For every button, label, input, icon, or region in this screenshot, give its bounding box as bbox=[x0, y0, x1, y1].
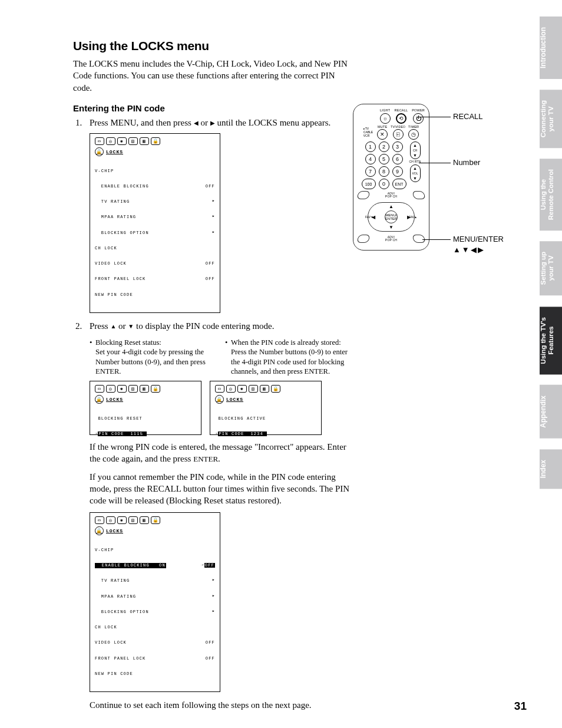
callout-recall: RECALL bbox=[453, 112, 483, 121]
callout-menu-enter: MENU/ENTER bbox=[453, 235, 504, 243]
num-7: 7 bbox=[365, 166, 376, 177]
num-5: 5 bbox=[379, 154, 389, 164]
down-arrow-icon: ▼ bbox=[128, 323, 134, 330]
num-8: 8 bbox=[379, 166, 389, 177]
page-heading: Using the LOCKS menu bbox=[73, 39, 350, 53]
tab-introduction[interactable]: Introduction bbox=[540, 17, 562, 79]
bullet-pin-stored: When the PIN code is already stored: Pre… bbox=[225, 338, 350, 376]
section-tabs: Introduction Connecting your TV Using th… bbox=[540, 17, 562, 489]
num-1: 1 bbox=[365, 141, 376, 152]
intro-paragraph: The LOCKS menu includes the V-Chip, CH L… bbox=[73, 58, 350, 94]
tab-appendix[interactable]: Appendix bbox=[540, 385, 562, 439]
pop-btn-right-2 bbox=[412, 235, 426, 243]
callout-number: Number bbox=[453, 158, 480, 167]
page-number: 31 bbox=[514, 700, 527, 713]
remote-diagram: LIGHT☼ RECALL⟲ POWER⏻ ▸TV CABLE VCR MUTE… bbox=[353, 104, 429, 251]
num-2: 2 bbox=[379, 141, 389, 152]
dpad: ▲ ◀ MENU/ ENTER ▶ ▼ bbox=[368, 202, 415, 232]
subheading: Entering the PIN code bbox=[73, 103, 350, 113]
tab-features[interactable]: Using the TV's Features bbox=[540, 307, 562, 374]
paragraph-recall: If you cannot remember the PIN code, whi… bbox=[90, 471, 350, 507]
pop-btn-left-2 bbox=[356, 235, 371, 243]
callout-arrows: ▲▼◀▶ bbox=[453, 245, 485, 254]
tab-connecting[interactable]: Connecting your TV bbox=[540, 90, 562, 148]
paragraph-continue: Continue to set each item following the … bbox=[90, 699, 350, 711]
num-3: 3 bbox=[392, 141, 403, 152]
step-2: Press ▲ or ▼ to display the PIN code ent… bbox=[73, 320, 350, 332]
step-1: Press MENU, and then press ◀ or ▶ until … bbox=[73, 117, 350, 313]
ch-rocker: ▲CH▼ bbox=[410, 141, 421, 159]
pop-btn-right bbox=[412, 191, 426, 199]
pop-btn-left bbox=[356, 191, 371, 199]
right-arrow-icon: ▶ bbox=[210, 120, 215, 126]
tab-setting-up[interactable]: Setting up your TV bbox=[540, 241, 562, 295]
menu-enter-button: MENU/ ENTER bbox=[385, 210, 398, 223]
num-9: 9 bbox=[392, 166, 403, 177]
recall-button: ⟲ bbox=[396, 113, 406, 124]
osd-blocking-active: ▭◎✺▤▦🔒 🔒LOCKS BLOCKING ACTIVE ☞PIN CODE … bbox=[210, 381, 322, 435]
tab-remote-control[interactable]: Using the Remote Control bbox=[540, 159, 562, 230]
osd-tab-icon: 🔒 bbox=[151, 137, 160, 145]
osd-tab-icon: ✺ bbox=[117, 137, 127, 145]
osd-blocking-reset: ▭◎✺▤▦🔒 🔒LOCKS BLOCKING RESET ☞PIN CODE 1… bbox=[90, 381, 201, 435]
vol-rocker: ▲VOL▼ bbox=[410, 164, 421, 182]
osd-locks-menu-2: ▭◎✺▤▦🔒 🔒LOCKS V-CHIP ENABLE BLOCKING ON☞… bbox=[90, 512, 220, 692]
power-button: ⏻ bbox=[413, 113, 424, 124]
paragraph-incorrect: If the wrong PIN code is entered, the me… bbox=[90, 441, 350, 465]
mode-switch: ▸TV CABLE VCR bbox=[363, 127, 373, 137]
tab-index[interactable]: Index bbox=[540, 449, 562, 489]
bullet-blocking-reset: Blocking Reset status: Set your 4-digit … bbox=[90, 338, 214, 376]
osd-locks-menu: ▭ ◎ ✺ ▤ ▦ 🔒 🔒LOCKS V-CHIP ENABLE BLOCKIN… bbox=[90, 133, 220, 313]
osd-tab-icon: ▭ bbox=[95, 137, 104, 145]
num-0: 0 bbox=[379, 179, 389, 189]
mute-button: ✕ bbox=[377, 129, 388, 140]
osd-tab-icon: ◎ bbox=[106, 137, 115, 145]
light-button: ☼ bbox=[380, 113, 391, 124]
left-arrow-icon: ◀ bbox=[194, 120, 199, 126]
lock-icon: 🔒 bbox=[95, 147, 104, 156]
up-arrow-icon: ▲ bbox=[110, 323, 116, 330]
num-6: 6 bbox=[392, 154, 403, 164]
osd-tab-icon: ▦ bbox=[140, 137, 149, 145]
ent-button: ENT bbox=[392, 179, 406, 189]
timer-button: ◷ bbox=[408, 129, 419, 140]
num-4: 4 bbox=[365, 154, 376, 164]
num-100: 100 bbox=[362, 179, 376, 189]
tv-video-button: ⍇ bbox=[393, 129, 404, 140]
osd-tab-icon: ▤ bbox=[128, 137, 138, 145]
